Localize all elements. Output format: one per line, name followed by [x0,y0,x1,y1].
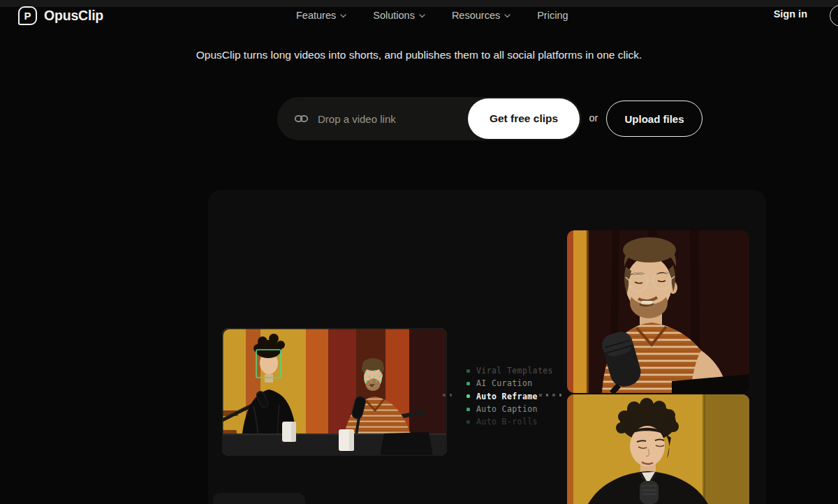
nav-item-features[interactable]: Features [296,10,346,21]
feature-item-viral-templates[interactable]: Viral Templates [465,364,563,377]
link-icon [294,114,309,124]
main-nav: Features Solutions Resources Pricing [296,0,568,31]
cut-off-cta-button[interactable] [830,5,838,27]
chevron-down-icon [419,14,425,18]
feature-bullet [466,420,470,424]
feature-label: Auto B-rolls [476,417,538,427]
logo-home-link[interactable]: P OpusClip [18,6,103,25]
mug [282,422,296,442]
mug [339,429,354,451]
nav-item-solutions[interactable]: Solutions [373,10,425,21]
microphone [640,481,659,504]
dot [539,394,542,396]
upload-files-button[interactable]: Upload files [606,101,703,137]
reframed-video-bottom [567,394,749,504]
bottom-partial-bar [213,493,305,504]
dot [559,394,562,396]
or-separator: or [585,112,602,124]
feature-item-auto-brolls[interactable]: Auto B-rolls [465,415,563,428]
sign-in-button[interactable]: Sign in [774,8,807,20]
feature-label: Viral Templates [476,366,553,376]
dot [552,394,555,396]
dot [450,394,453,396]
feature-item-auto-reframe[interactable]: Auto Reframe [465,390,563,403]
feature-label: Auto Reframe [476,392,538,401]
dot [546,394,549,396]
feature-bullet [466,408,470,411]
opusclip-homepage: P OpusClip Features Solutions Resources … [0,0,838,504]
nav-item-label: Features [296,10,336,21]
reframed-video-top [567,230,749,393]
feature-item-auto-caption[interactable]: Auto Caption [465,403,563,415]
chevron-down-icon [504,14,510,18]
hero-tagline: OpusClip turns long videos into shorts, … [0,49,838,61]
get-free-clips-button[interactable]: Get free clips [468,98,580,139]
connector-dots-left [443,394,452,396]
feature-label: AI Curation [476,378,533,388]
nav-item-label: Pricing [537,10,568,21]
brand-name: OpusClip [44,8,103,24]
demo-panel: Viral Templates AI Curation Auto Reframe… [208,190,766,504]
opusclip-logo-icon: P [18,6,37,25]
dot [443,394,446,396]
nav-item-label: Resources [452,10,500,21]
feature-bullet [466,382,470,385]
nav-item-pricing[interactable]: Pricing [537,10,568,21]
feature-label: Auto Caption [476,404,538,414]
feature-list: Viral Templates AI Curation Auto Reframe… [465,364,563,428]
nav-item-resources[interactable]: Resources [452,10,510,21]
feature-item-ai-curation[interactable]: AI Curation [465,377,563,390]
video-link-input[interactable] [318,113,485,125]
chevron-down-icon [340,14,346,18]
table [222,432,447,456]
logo-letter: P [24,10,31,21]
connector-dots-right [539,394,561,396]
feature-bullet [466,369,470,373]
feature-bullet [466,394,470,398]
source-video-preview [222,328,447,456]
nav-item-label: Solutions [373,10,415,21]
